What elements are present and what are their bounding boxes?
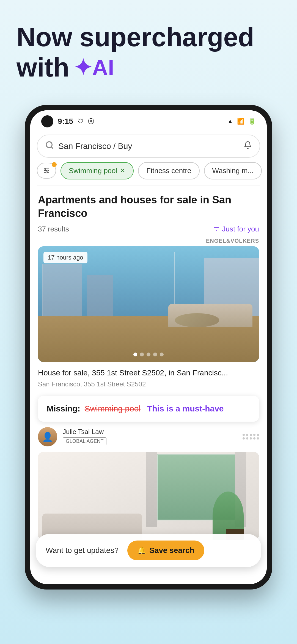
hero-section: Now supercharged with ✦AI [0, 0, 297, 94]
fitness-centre-chip[interactable]: Fitness centre [138, 162, 199, 179]
agent-badge: GLOBAL AGENT [63, 437, 106, 445]
signal-icon: 📶 [237, 118, 244, 125]
phone-frame: 9:15 🛡 Ⓐ ▲ 📶 🔋 San Francisco / Buy [25, 105, 272, 590]
a-icon: Ⓐ [88, 117, 94, 125]
missing-label: Missing: [47, 404, 80, 413]
shield-icon: 🛡 [78, 118, 84, 125]
fitness-label: Fitness centre [146, 167, 191, 175]
phone-screen: 9:15 🛡 Ⓐ ▲ 📶 🔋 San Francisco / Buy [30, 110, 267, 584]
save-search-label: Save search [149, 546, 194, 555]
missing-action[interactable]: This is a must-have [147, 404, 224, 413]
swimming-pool-label: Swimming pool [69, 167, 117, 175]
brand-name: ENGEL&VÖLKERS [206, 238, 259, 244]
brand-logo: ENGEL&VÖLKERS [30, 238, 267, 246]
search-icon [45, 141, 54, 152]
property-info-1: House for sale, 355 1st Street S2502, in… [30, 362, 267, 396]
svg-point-4 [45, 168, 46, 170]
sliders-icon [43, 167, 50, 174]
dot-3 [147, 353, 150, 356]
want-updates-text: Want to get updates? [46, 545, 119, 555]
sort-label: Just for you [222, 225, 259, 233]
grid-pattern [243, 434, 259, 440]
bottom-toast: Want to get updates? 🔔 Save search [36, 534, 261, 567]
listing-header: Apartments and houses for sale in San Fr… [30, 185, 267, 238]
missing-banner[interactable]: Missing: Swimming pool This is a must-ha… [38, 396, 259, 422]
property-image-1: 17 hours ago [38, 246, 259, 362]
svg-point-6 [46, 172, 47, 173]
hero-with: with [16, 52, 69, 83]
want-updates-label: Want to get updates? [46, 546, 119, 555]
washing-label: Washing m... [212, 167, 254, 175]
status-right: ▲ 📶 🔋 [227, 118, 256, 125]
dot-5 [160, 353, 164, 356]
dot-2 [140, 353, 144, 356]
agent-name: Julie Tsai Law [63, 428, 106, 436]
agent-info: Julie Tsai Law GLOBAL AGENT [63, 428, 106, 445]
save-search-button[interactable]: 🔔 Save search [127, 541, 204, 560]
search-input[interactable]: San Francisco / Buy [58, 141, 244, 151]
agent-row: 👤 Julie Tsai Law GLOBAL AGENT [30, 422, 267, 449]
dot-1 [133, 353, 137, 356]
status-time: 9:15 [58, 117, 73, 126]
image-overlay [38, 246, 259, 362]
property-card-2[interactable] [38, 452, 259, 540]
bell-icon[interactable] [244, 141, 252, 151]
bell-save-icon: 🔔 [137, 546, 146, 555]
chip-close-icon[interactable]: ✕ [120, 167, 125, 174]
svg-point-5 [47, 170, 48, 171]
search-bar[interactable]: San Francisco / Buy [37, 135, 260, 158]
dot-4 [153, 353, 157, 356]
swimming-pool-chip[interactable]: Swimming pool ✕ [61, 162, 134, 179]
hero-line1: Now supercharged [16, 22, 280, 52]
filter-button[interactable] [37, 163, 56, 179]
room2-bg [38, 452, 259, 540]
wifi-icon: ▲ [227, 118, 233, 125]
image-dots [133, 353, 164, 356]
property-card-1[interactable]: 17 hours ago House for sale, 355 1st Str… [30, 246, 267, 396]
hero-ai-text: ✦AI [74, 55, 114, 80]
sort-button[interactable]: Just for you [213, 225, 259, 233]
missing-item: Swimming pool [85, 404, 141, 413]
property-name-1: House for sale, 355 1st Street S2502, in… [38, 367, 259, 378]
status-bar: 9:15 🛡 Ⓐ ▲ 📶 🔋 [30, 110, 267, 130]
filter-chips: Swimming pool ✕ Fitness centre Washing m… [30, 162, 267, 185]
sort-icon [213, 226, 220, 232]
hero-line2: with ✦AI [16, 52, 280, 83]
status-left: 9:15 🛡 Ⓐ [41, 115, 94, 127]
camera-dot [41, 115, 53, 127]
phone-container: 9:15 🛡 Ⓐ ▲ 📶 🔋 San Francisco / Buy [0, 105, 297, 590]
results-count: 37 results [38, 225, 69, 233]
hero-title: Now supercharged with ✦AI [16, 22, 280, 83]
washing-chip[interactable]: Washing m... [204, 162, 262, 179]
property-address-1: San Francisco, 355 1st Street S2502 [38, 380, 259, 388]
time-badge: 17 hours ago [43, 252, 87, 263]
battery-icon: 🔋 [248, 118, 256, 125]
listing-title: Apartments and houses for sale in San Fr… [38, 193, 259, 220]
agent-avatar: 👤 [38, 427, 57, 446]
listing-meta: 37 results Just for you [38, 225, 259, 233]
filter-dot [52, 162, 57, 167]
